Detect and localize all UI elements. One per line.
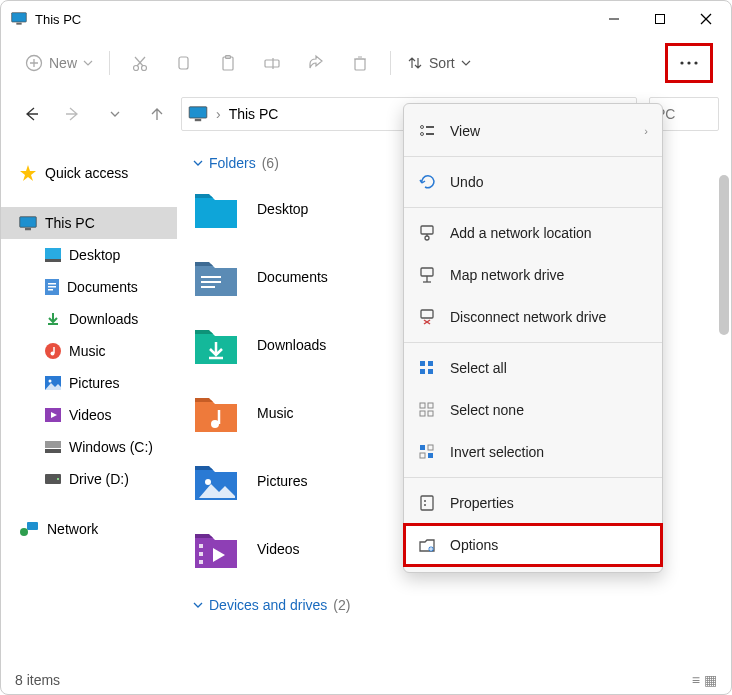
sidebar-item-drive-d[interactable]: Drive (D:) <box>1 463 177 495</box>
svg-rect-27 <box>25 228 31 230</box>
sidebar-item-videos[interactable]: Videos <box>1 399 177 431</box>
plus-circle-icon <box>25 54 43 72</box>
network-location-icon <box>418 224 436 242</box>
chevron-right-icon: › <box>644 125 648 137</box>
svg-point-80 <box>424 504 426 506</box>
trash-icon <box>351 54 369 72</box>
star-icon <box>19 164 37 182</box>
svg-rect-39 <box>45 441 61 448</box>
svg-rect-74 <box>420 445 425 450</box>
clipboard-icon <box>219 54 237 72</box>
sidebar-item-music[interactable]: Music <box>1 335 177 367</box>
minimize-button[interactable] <box>591 3 637 35</box>
svg-rect-51 <box>199 552 203 556</box>
delete-button[interactable] <box>340 45 380 81</box>
more-button[interactable] <box>665 43 713 83</box>
thispc-icon <box>11 12 27 26</box>
properties-icon <box>418 494 436 512</box>
sidebar-item-documents[interactable]: Documents <box>1 271 177 303</box>
menu-map-drive[interactable]: Map network drive <box>404 254 662 296</box>
music-icon <box>45 343 61 359</box>
sidebar-network[interactable]: Network <box>1 513 177 545</box>
svg-rect-72 <box>420 411 425 416</box>
copy-icon <box>175 54 193 72</box>
paste-button[interactable] <box>208 45 248 81</box>
svg-point-48 <box>211 420 219 428</box>
svg-rect-56 <box>426 133 434 135</box>
sort-icon <box>407 55 423 71</box>
svg-point-42 <box>57 478 59 480</box>
tiles-view-button[interactable]: ▦ <box>704 672 717 688</box>
scrollbar-thumb[interactable] <box>719 175 729 335</box>
svg-point-35 <box>51 352 55 356</box>
new-button[interactable]: New <box>19 45 99 81</box>
menu-select-all[interactable]: Select all <box>404 347 662 389</box>
title-bar: This PC <box>1 1 731 37</box>
sidebar-item-windows-c[interactable]: Windows (C:) <box>1 431 177 463</box>
close-button[interactable] <box>683 3 729 35</box>
maximize-button[interactable] <box>637 3 683 35</box>
sidebar-quick-access[interactable]: Quick access <box>1 157 177 189</box>
sidebar-item-downloads[interactable]: Downloads <box>1 303 177 335</box>
up-button[interactable] <box>139 96 175 132</box>
svg-point-79 <box>424 500 426 502</box>
cut-button[interactable] <box>120 45 160 81</box>
invert-selection-icon <box>418 443 436 461</box>
svg-rect-32 <box>48 286 56 288</box>
svg-rect-67 <box>428 361 433 366</box>
menu-invert-selection[interactable]: Invert selection <box>404 431 662 473</box>
desktop-icon <box>45 248 61 262</box>
select-all-icon <box>418 359 436 377</box>
sidebar-item-desktop[interactable]: Desktop <box>1 239 177 271</box>
share-button[interactable] <box>296 45 336 81</box>
svg-point-37 <box>49 380 52 383</box>
details-view-button[interactable]: ≡ <box>692 672 700 688</box>
svg-rect-16 <box>265 60 279 67</box>
separator <box>109 51 110 75</box>
svg-rect-0 <box>12 13 27 22</box>
svg-rect-43 <box>27 522 38 530</box>
menu-add-network[interactable]: Add a network location <box>404 212 662 254</box>
svg-point-21 <box>680 61 683 64</box>
svg-point-55 <box>421 133 424 136</box>
group-header-devices[interactable]: Devices and drives (2) <box>193 597 723 613</box>
options-icon <box>418 536 436 554</box>
recent-button[interactable] <box>97 96 133 132</box>
svg-point-9 <box>134 66 139 71</box>
select-none-icon <box>418 401 436 419</box>
chevron-down-icon <box>193 600 203 610</box>
svg-point-23 <box>694 61 697 64</box>
desktop-folder-icon <box>193 188 239 230</box>
network-icon <box>19 521 39 537</box>
sort-button[interactable]: Sort <box>401 45 477 81</box>
new-label: New <box>49 55 77 71</box>
menu-options[interactable]: Options <box>404 524 662 566</box>
menu-disconnect-drive[interactable]: Disconnect network drive <box>404 296 662 338</box>
svg-rect-1 <box>16 23 21 25</box>
more-menu: View › Undo Add a network location Map n… <box>403 103 663 573</box>
pictures-folder-icon <box>193 460 239 502</box>
breadcrumb-root[interactable]: This PC <box>229 106 279 122</box>
rename-button[interactable] <box>252 45 292 81</box>
command-bar: New Sort <box>1 37 731 89</box>
back-button[interactable] <box>13 96 49 132</box>
svg-rect-66 <box>420 361 425 366</box>
drive-icon <box>45 474 61 484</box>
sidebar-item-pictures[interactable]: Pictures <box>1 367 177 399</box>
forward-button[interactable] <box>55 96 91 132</box>
svg-rect-31 <box>48 283 56 285</box>
svg-rect-40 <box>45 449 61 453</box>
menu-select-none[interactable]: Select none <box>404 389 662 431</box>
copy-button[interactable] <box>164 45 204 81</box>
chevron-down-icon <box>83 58 93 68</box>
menu-separator <box>404 156 662 157</box>
menu-view[interactable]: View › <box>404 110 662 152</box>
menu-separator <box>404 207 662 208</box>
menu-undo[interactable]: Undo <box>404 161 662 203</box>
scissors-icon <box>131 54 149 72</box>
svg-rect-24 <box>189 107 207 118</box>
separator <box>390 51 391 75</box>
menu-properties[interactable]: Properties <box>404 482 662 524</box>
thispc-icon <box>19 216 37 231</box>
sidebar-this-pc[interactable]: This PC <box>1 207 177 239</box>
